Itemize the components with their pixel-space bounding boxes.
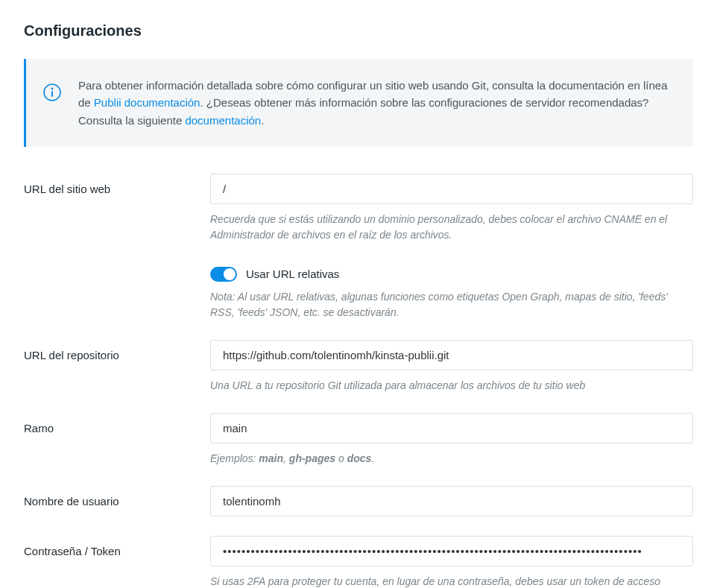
row-relative-urls: Usar URL relativas Nota: Al usar URL rel… <box>24 256 693 320</box>
row-repo-url: URL del repositorio Una URL a tu reposit… <box>24 334 693 393</box>
svg-rect-2 <box>51 91 53 97</box>
label-repo-url: URL del repositorio <box>24 340 195 361</box>
label-username: Nombre de usuario <box>24 486 195 508</box>
username-input[interactable] <box>210 486 693 516</box>
label-branch: Ramo <box>24 413 195 434</box>
relative-urls-toggle[interactable] <box>210 267 237 282</box>
help-relative-urls: Nota: Al usar URL relativas, algunas fun… <box>210 289 693 320</box>
label-website-url: URL del sitio web <box>24 174 195 195</box>
doc-link-publii[interactable]: Publii documentación <box>94 96 200 109</box>
branch-input[interactable] <box>210 413 693 443</box>
page-title: Configuraciones <box>24 22 693 39</box>
info-callout: Para obtener información detallada sobre… <box>24 59 693 147</box>
password-input[interactable] <box>210 536 693 566</box>
info-icon <box>42 83 62 102</box>
row-website-url: URL del sitio web Recuerda que si estás … <box>24 168 693 243</box>
help-password: Si usas 2FA para proteger tu cuenta, en … <box>210 574 693 588</box>
label-spacer <box>24 262 195 271</box>
row-branch: Ramo Ejemplos: main, gh-pages o docs. <box>24 407 693 467</box>
help-website-url: Recuerda que si estás utilizando un domi… <box>210 212 693 243</box>
info-text: Para obtener información detallada sobre… <box>78 77 674 129</box>
repo-url-input[interactable] <box>210 340 693 370</box>
relative-urls-toggle-label: Usar URL relativas <box>246 268 339 280</box>
doc-link-server[interactable]: documentación <box>185 114 261 127</box>
website-url-input[interactable] <box>210 174 693 204</box>
help-repo-url: Una URL a tu repositorio Git utilizada p… <box>210 378 693 393</box>
label-password: Contraseña / Token <box>24 536 195 557</box>
help-branch: Ejemplos: main, gh-pages o docs. <box>210 451 693 467</box>
info-text-post: . <box>261 114 264 127</box>
row-username: Nombre de usuario <box>24 480 693 516</box>
svg-point-1 <box>51 88 54 90</box>
row-password: Contraseña / Token Si usas 2FA para prot… <box>24 530 693 588</box>
